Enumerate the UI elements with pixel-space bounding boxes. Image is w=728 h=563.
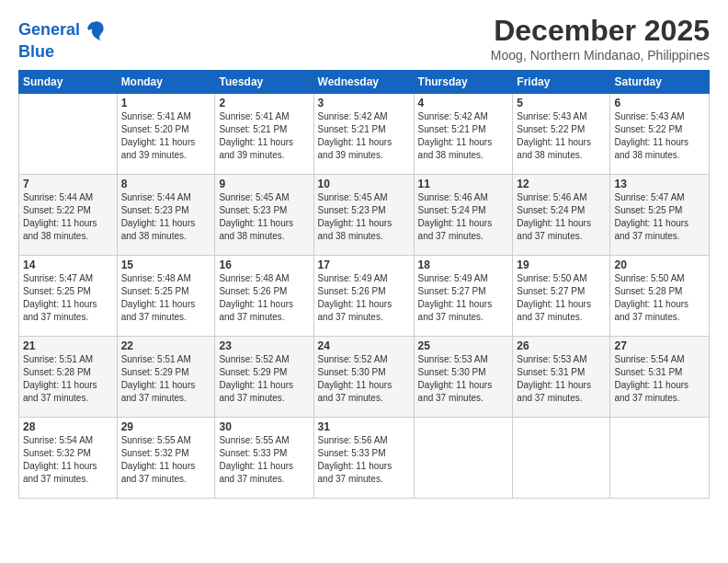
- day-number: 6: [614, 97, 705, 109]
- day-number: 30: [219, 420, 309, 433]
- calendar-cell: 4Sunrise: 5:42 AMSunset: 5:21 PMDaylight…: [414, 94, 513, 175]
- calendar-cell: 8Sunrise: 5:44 AMSunset: 5:23 PMDaylight…: [117, 175, 215, 256]
- calendar-cell: 17Sunrise: 5:49 AMSunset: 5:26 PMDayligh…: [313, 256, 414, 337]
- day-info: Sunrise: 5:43 AMSunset: 5:22 PMDaylight:…: [614, 110, 705, 162]
- calendar-cell: 29Sunrise: 5:55 AMSunset: 5:32 PMDayligh…: [117, 418, 215, 499]
- day-info: Sunrise: 5:42 AMSunset: 5:21 PMDaylight:…: [318, 110, 410, 162]
- day-info: Sunrise: 5:55 AMSunset: 5:32 PMDaylight:…: [121, 434, 211, 486]
- day-number: 23: [219, 339, 309, 352]
- day-number: 20: [614, 259, 705, 271]
- calendar-week-row: 1Sunrise: 5:41 AMSunset: 5:20 PMDaylight…: [19, 94, 710, 175]
- calendar-cell: 20Sunrise: 5:50 AMSunset: 5:28 PMDayligh…: [610, 256, 710, 337]
- calendar-cell: 19Sunrise: 5:50 AMSunset: 5:27 PMDayligh…: [513, 256, 610, 337]
- day-info: Sunrise: 5:44 AMSunset: 5:23 PMDaylight:…: [121, 191, 211, 243]
- calendar-cell: 7Sunrise: 5:44 AMSunset: 5:22 PMDaylight…: [19, 175, 118, 256]
- page-container: General Blue December 2025 Moog, Norther…: [0, 0, 728, 508]
- day-number: 8: [121, 178, 211, 190]
- day-info: Sunrise: 5:50 AMSunset: 5:28 PMDaylight:…: [614, 272, 705, 324]
- day-info: Sunrise: 5:46 AMSunset: 5:24 PMDaylight:…: [418, 191, 509, 243]
- calendar-cell: 9Sunrise: 5:45 AMSunset: 5:23 PMDaylight…: [215, 175, 313, 256]
- weekday-header-wednesday: Wednesday: [313, 71, 414, 94]
- calendar-cell: 21Sunrise: 5:51 AMSunset: 5:28 PMDayligh…: [19, 337, 118, 418]
- calendar-cell: 16Sunrise: 5:48 AMSunset: 5:26 PMDayligh…: [215, 256, 313, 337]
- calendar-cell: 23Sunrise: 5:52 AMSunset: 5:29 PMDayligh…: [215, 337, 313, 418]
- day-number: 11: [418, 178, 509, 190]
- logo-text-line2: Blue: [18, 43, 108, 62]
- day-info: Sunrise: 5:53 AMSunset: 5:30 PMDaylight:…: [418, 353, 509, 405]
- day-number: 27: [614, 339, 705, 352]
- day-info: Sunrise: 5:54 AMSunset: 5:32 PMDaylight:…: [23, 434, 113, 486]
- logo: General Blue: [18, 17, 108, 62]
- calendar-cell: 31Sunrise: 5:56 AMSunset: 5:33 PMDayligh…: [313, 418, 414, 499]
- day-info: Sunrise: 5:41 AMSunset: 5:21 PMDaylight:…: [219, 110, 309, 162]
- day-number: 9: [219, 178, 309, 190]
- day-number: 2: [219, 97, 309, 109]
- day-info: Sunrise: 5:41 AMSunset: 5:20 PMDaylight:…: [121, 110, 211, 162]
- day-number: 3: [318, 97, 410, 109]
- calendar-cell: 26Sunrise: 5:53 AMSunset: 5:31 PMDayligh…: [513, 337, 610, 418]
- day-number: 10: [318, 178, 410, 190]
- weekday-header-monday: Monday: [117, 71, 215, 94]
- day-info: Sunrise: 5:46 AMSunset: 5:24 PMDaylight:…: [517, 191, 606, 243]
- calendar-week-row: 28Sunrise: 5:54 AMSunset: 5:32 PMDayligh…: [19, 418, 710, 499]
- month-title: December 2025: [491, 14, 710, 48]
- calendar-week-row: 21Sunrise: 5:51 AMSunset: 5:28 PMDayligh…: [19, 337, 710, 418]
- day-info: Sunrise: 5:49 AMSunset: 5:27 PMDaylight:…: [418, 272, 509, 324]
- calendar-cell: [19, 94, 118, 175]
- location-title: Moog, Northern Mindanao, Philippines: [491, 48, 710, 63]
- calendar-week-row: 14Sunrise: 5:47 AMSunset: 5:25 PMDayligh…: [19, 256, 710, 337]
- day-info: Sunrise: 5:54 AMSunset: 5:31 PMDaylight:…: [614, 353, 705, 405]
- day-number: 18: [418, 259, 509, 271]
- day-info: Sunrise: 5:52 AMSunset: 5:29 PMDaylight:…: [219, 353, 309, 405]
- day-info: Sunrise: 5:42 AMSunset: 5:21 PMDaylight:…: [418, 110, 509, 162]
- weekday-header-saturday: Saturday: [610, 71, 710, 94]
- weekday-header-tuesday: Tuesday: [215, 71, 313, 94]
- day-number: 16: [219, 259, 309, 271]
- day-info: Sunrise: 5:44 AMSunset: 5:22 PMDaylight:…: [23, 191, 113, 243]
- calendar-cell: 22Sunrise: 5:51 AMSunset: 5:29 PMDayligh…: [117, 337, 215, 418]
- calendar-cell: [513, 418, 610, 499]
- calendar-cell: 24Sunrise: 5:52 AMSunset: 5:30 PMDayligh…: [313, 337, 414, 418]
- day-number: 25: [418, 339, 509, 352]
- day-number: 1: [121, 97, 211, 109]
- calendar-cell: 6Sunrise: 5:43 AMSunset: 5:22 PMDaylight…: [610, 94, 710, 175]
- day-number: 17: [318, 259, 410, 271]
- calendar-cell: 11Sunrise: 5:46 AMSunset: 5:24 PMDayligh…: [414, 175, 513, 256]
- calendar-cell: [414, 418, 513, 499]
- day-info: Sunrise: 5:50 AMSunset: 5:27 PMDaylight:…: [517, 272, 606, 324]
- weekday-header-friday: Friday: [513, 71, 610, 94]
- header: General Blue December 2025 Moog, Norther…: [18, 14, 710, 63]
- calendar-cell: 14Sunrise: 5:47 AMSunset: 5:25 PMDayligh…: [19, 256, 118, 337]
- weekday-header-thursday: Thursday: [414, 71, 513, 94]
- calendar-table: SundayMondayTuesdayWednesdayThursdayFrid…: [18, 70, 710, 499]
- day-number: 5: [517, 97, 606, 109]
- day-info: Sunrise: 5:45 AMSunset: 5:23 PMDaylight:…: [219, 191, 309, 243]
- calendar-cell: 10Sunrise: 5:45 AMSunset: 5:23 PMDayligh…: [313, 175, 414, 256]
- logo-text-line1: General: [18, 21, 80, 40]
- calendar-cell: 5Sunrise: 5:43 AMSunset: 5:22 PMDaylight…: [513, 94, 610, 175]
- day-info: Sunrise: 5:48 AMSunset: 5:26 PMDaylight:…: [219, 272, 309, 324]
- day-number: 15: [121, 259, 211, 271]
- day-number: 29: [121, 420, 211, 433]
- calendar-cell: [610, 418, 710, 499]
- day-info: Sunrise: 5:51 AMSunset: 5:28 PMDaylight:…: [23, 353, 113, 405]
- day-info: Sunrise: 5:51 AMSunset: 5:29 PMDaylight:…: [121, 353, 211, 405]
- day-info: Sunrise: 5:47 AMSunset: 5:25 PMDaylight:…: [614, 191, 705, 243]
- calendar-cell: 30Sunrise: 5:55 AMSunset: 5:33 PMDayligh…: [215, 418, 313, 499]
- calendar-cell: 2Sunrise: 5:41 AMSunset: 5:21 PMDaylight…: [215, 94, 313, 175]
- title-area: December 2025 Moog, Northern Mindanao, P…: [491, 14, 710, 63]
- calendar-cell: 15Sunrise: 5:48 AMSunset: 5:25 PMDayligh…: [117, 256, 215, 337]
- day-info: Sunrise: 5:56 AMSunset: 5:33 PMDaylight:…: [318, 434, 410, 486]
- day-info: Sunrise: 5:53 AMSunset: 5:31 PMDaylight:…: [517, 353, 606, 405]
- day-info: Sunrise: 5:52 AMSunset: 5:30 PMDaylight:…: [318, 353, 410, 405]
- day-info: Sunrise: 5:49 AMSunset: 5:26 PMDaylight:…: [318, 272, 410, 324]
- calendar-cell: 1Sunrise: 5:41 AMSunset: 5:20 PMDaylight…: [117, 94, 215, 175]
- weekday-header-sunday: Sunday: [19, 71, 118, 94]
- calendar-week-row: 7Sunrise: 5:44 AMSunset: 5:22 PMDaylight…: [19, 175, 710, 256]
- day-number: 7: [23, 178, 113, 190]
- day-info: Sunrise: 5:43 AMSunset: 5:22 PMDaylight:…: [517, 110, 606, 162]
- day-info: Sunrise: 5:55 AMSunset: 5:33 PMDaylight:…: [219, 434, 309, 486]
- day-number: 24: [318, 339, 410, 352]
- day-number: 14: [23, 259, 113, 271]
- day-info: Sunrise: 5:48 AMSunset: 5:25 PMDaylight:…: [121, 272, 211, 324]
